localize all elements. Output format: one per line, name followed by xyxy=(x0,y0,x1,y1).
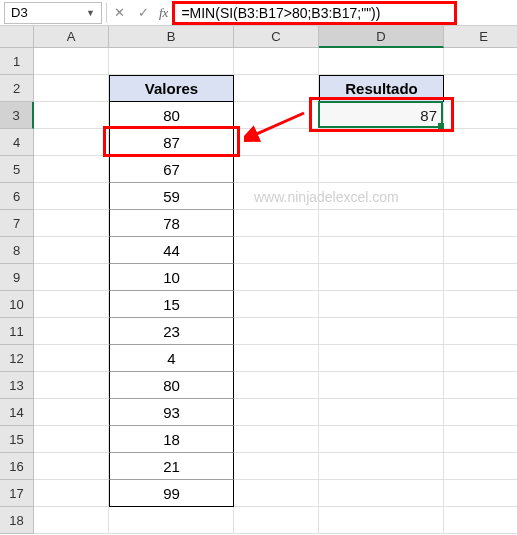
cell-C15[interactable] xyxy=(234,426,319,453)
cell-D15[interactable] xyxy=(319,426,444,453)
row-header-16[interactable]: 16 xyxy=(0,453,34,480)
row-header-6[interactable]: 6 xyxy=(0,183,34,210)
cell-C9[interactable] xyxy=(234,264,319,291)
cell-C17[interactable] xyxy=(234,480,319,507)
value-cell-11[interactable]: 80 xyxy=(109,372,234,399)
cell-E16[interactable] xyxy=(444,453,517,480)
cell-A18[interactable] xyxy=(34,507,109,534)
cell-E14[interactable] xyxy=(444,399,517,426)
value-cell-3[interactable]: 67 xyxy=(109,156,234,183)
cell-A12[interactable] xyxy=(34,345,109,372)
col-header-A[interactable]: A xyxy=(34,26,109,48)
cell-A3[interactable] xyxy=(34,102,109,129)
cell-C16[interactable] xyxy=(234,453,319,480)
cell-A15[interactable] xyxy=(34,426,109,453)
cell-D5[interactable] xyxy=(319,156,444,183)
cell-C3[interactable] xyxy=(234,102,319,129)
formula-input[interactable]: =MIN(SI(B3:B17>80;B3:B17;"")) xyxy=(172,1,457,25)
cell-E6[interactable] xyxy=(444,183,517,210)
value-cell-14[interactable]: 21 xyxy=(109,453,234,480)
cell-E10[interactable] xyxy=(444,291,517,318)
row-header-14[interactable]: 14 xyxy=(0,399,34,426)
cell-E3[interactable] xyxy=(444,102,517,129)
cancel-formula-icon[interactable]: ✕ xyxy=(107,2,131,24)
value-cell-8[interactable]: 15 xyxy=(109,291,234,318)
cell-D14[interactable] xyxy=(319,399,444,426)
cell-D1[interactable] xyxy=(319,48,444,75)
cell-C18[interactable] xyxy=(234,507,319,534)
cell-A4[interactable] xyxy=(34,129,109,156)
row-header-1[interactable]: 1 xyxy=(0,48,34,75)
header-resultado[interactable]: Resultado xyxy=(319,75,444,102)
cell-A11[interactable] xyxy=(34,318,109,345)
cell-E1[interactable] xyxy=(444,48,517,75)
cell-D17[interactable] xyxy=(319,480,444,507)
cell-A13[interactable] xyxy=(34,372,109,399)
cell-C7[interactable] xyxy=(234,210,319,237)
value-cell-2[interactable]: 87 xyxy=(109,129,234,156)
cell-E17[interactable] xyxy=(444,480,517,507)
name-box[interactable]: D3 ▼ xyxy=(4,2,102,24)
row-header-12[interactable]: 12 xyxy=(0,345,34,372)
value-cell-5[interactable]: 78 xyxy=(109,210,234,237)
cell-D12[interactable] xyxy=(319,345,444,372)
row-header-2[interactable]: 2 xyxy=(0,75,34,102)
cell-B18[interactable] xyxy=(109,507,234,534)
value-cell-13[interactable]: 18 xyxy=(109,426,234,453)
cell-A8[interactable] xyxy=(34,237,109,264)
row-header-13[interactable]: 13 xyxy=(0,372,34,399)
cell-A10[interactable] xyxy=(34,291,109,318)
accept-formula-icon[interactable]: ✓ xyxy=(131,2,155,24)
cell-C11[interactable] xyxy=(234,318,319,345)
cell-D16[interactable] xyxy=(319,453,444,480)
cell-D10[interactable] xyxy=(319,291,444,318)
cell-A6[interactable] xyxy=(34,183,109,210)
row-header-17[interactable]: 17 xyxy=(0,480,34,507)
cell-C2[interactable] xyxy=(234,75,319,102)
row-header-7[interactable]: 7 xyxy=(0,210,34,237)
value-cell-15[interactable]: 99 xyxy=(109,480,234,507)
cell-D7[interactable] xyxy=(319,210,444,237)
row-header-4[interactable]: 4 xyxy=(0,129,34,156)
cell-E2[interactable] xyxy=(444,75,517,102)
value-cell-6[interactable]: 44 xyxy=(109,237,234,264)
cell-C4[interactable] xyxy=(234,129,319,156)
cell-A2[interactable] xyxy=(34,75,109,102)
cell-C5[interactable] xyxy=(234,156,319,183)
cell-E12[interactable] xyxy=(444,345,517,372)
cell-E8[interactable] xyxy=(444,237,517,264)
value-cell-7[interactable]: 10 xyxy=(109,264,234,291)
row-header-3[interactable]: 3 xyxy=(0,102,34,129)
cell-E18[interactable] xyxy=(444,507,517,534)
col-header-C[interactable]: C xyxy=(234,26,319,48)
row-header-11[interactable]: 11 xyxy=(0,318,34,345)
cell-E11[interactable] xyxy=(444,318,517,345)
cell-A5[interactable] xyxy=(34,156,109,183)
value-cell-12[interactable]: 93 xyxy=(109,399,234,426)
value-cell-4[interactable]: 59 xyxy=(109,183,234,210)
row-header-8[interactable]: 8 xyxy=(0,237,34,264)
value-cell-1[interactable]: 80 xyxy=(109,102,234,129)
cell-D13[interactable] xyxy=(319,372,444,399)
row-header-18[interactable]: 18 xyxy=(0,507,34,534)
cell-C12[interactable] xyxy=(234,345,319,372)
cell-E15[interactable] xyxy=(444,426,517,453)
row-header-5[interactable]: 5 xyxy=(0,156,34,183)
cell-A14[interactable] xyxy=(34,399,109,426)
cell-E9[interactable] xyxy=(444,264,517,291)
col-header-D[interactable]: D xyxy=(319,26,444,48)
fx-icon[interactable]: fx xyxy=(155,5,172,21)
cell-A16[interactable] xyxy=(34,453,109,480)
cell-D11[interactable] xyxy=(319,318,444,345)
cell-A9[interactable] xyxy=(34,264,109,291)
cell-E13[interactable] xyxy=(444,372,517,399)
cell-C8[interactable] xyxy=(234,237,319,264)
cell-A1[interactable] xyxy=(34,48,109,75)
cell-A17[interactable] xyxy=(34,480,109,507)
row-header-15[interactable]: 15 xyxy=(0,426,34,453)
cell-D9[interactable] xyxy=(319,264,444,291)
cell-B1[interactable] xyxy=(109,48,234,75)
cell-C10[interactable] xyxy=(234,291,319,318)
row-header-10[interactable]: 10 xyxy=(0,291,34,318)
select-all-corner[interactable] xyxy=(0,26,34,48)
